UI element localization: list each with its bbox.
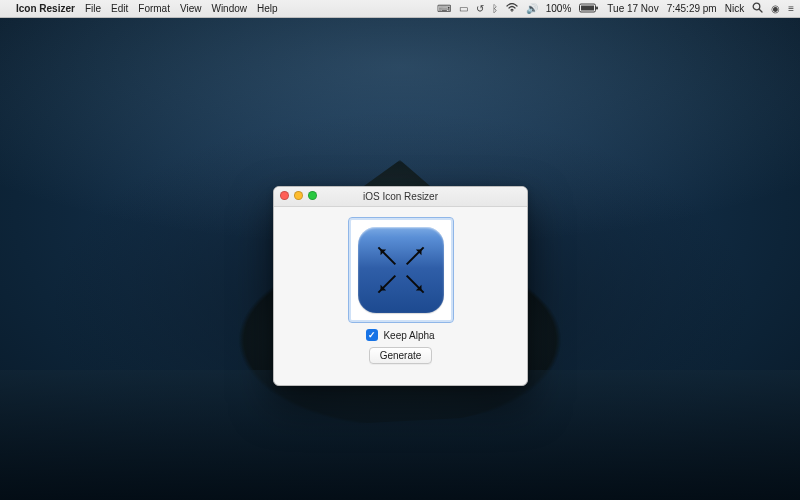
close-button[interactable] xyxy=(280,191,289,200)
icon-dropzone[interactable] xyxy=(348,217,454,323)
notification-center-icon[interactable]: ≡ xyxy=(788,3,794,14)
menu-window[interactable]: Window xyxy=(211,3,247,14)
wallpaper-water xyxy=(0,370,800,500)
window-content: ✓ Keep Alpha Generate xyxy=(274,207,527,372)
minimize-button[interactable] xyxy=(294,191,303,200)
expand-arrows-icon xyxy=(405,275,423,293)
keep-alpha-label: Keep Alpha xyxy=(383,330,434,341)
menubar-date[interactable]: Tue 17 Nov xyxy=(607,3,658,14)
menubar-left: Icon Resizer File Edit Format View Windo… xyxy=(6,3,278,14)
expand-arrows-icon xyxy=(377,275,395,293)
svg-line-5 xyxy=(759,9,762,12)
keep-alpha-row[interactable]: ✓ Keep Alpha xyxy=(366,329,434,341)
volume-icon[interactable]: 🔊 xyxy=(526,3,538,14)
menu-edit[interactable]: Edit xyxy=(111,3,128,14)
battery-percent[interactable]: 100% xyxy=(546,3,572,14)
spotlight-icon[interactable] xyxy=(752,2,763,15)
window-traffic-lights xyxy=(280,191,317,200)
generate-button[interactable]: Generate xyxy=(369,347,433,364)
expand-arrows-icon xyxy=(405,247,423,265)
display-icon[interactable]: ▭ xyxy=(459,3,468,14)
keep-alpha-checkbox[interactable]: ✓ xyxy=(366,329,378,341)
app-icon-preview xyxy=(358,227,444,313)
siri-icon[interactable]: ◉ xyxy=(771,3,780,14)
menubar-time[interactable]: 7:45:29 pm xyxy=(667,3,717,14)
menu-view[interactable]: View xyxy=(180,3,202,14)
svg-rect-2 xyxy=(581,5,594,10)
wifi-icon[interactable] xyxy=(506,3,518,14)
app-window: iOS Icon Resizer ✓ Keep Alpha Generate xyxy=(273,186,528,386)
window-title: iOS Icon Resizer xyxy=(363,191,438,202)
zoom-button[interactable] xyxy=(308,191,317,200)
app-menu[interactable]: Icon Resizer xyxy=(16,3,75,14)
menu-file[interactable]: File xyxy=(85,3,101,14)
menubar: Icon Resizer File Edit Format View Windo… xyxy=(0,0,800,18)
svg-rect-3 xyxy=(596,6,598,9)
menubar-user[interactable]: Nick xyxy=(725,3,744,14)
svg-point-0 xyxy=(511,10,513,12)
time-machine-icon[interactable]: ↺ xyxy=(476,3,484,14)
battery-icon[interactable] xyxy=(579,3,599,15)
keyboard-icon[interactable]: ⌨︎ xyxy=(437,3,451,14)
menu-format[interactable]: Format xyxy=(138,3,170,14)
expand-arrows-icon xyxy=(377,247,395,265)
menu-help[interactable]: Help xyxy=(257,3,278,14)
desktop-wallpaper: iOS Icon Resizer ✓ Keep Alpha Generate xyxy=(0,18,800,500)
window-titlebar[interactable]: iOS Icon Resizer xyxy=(274,187,527,207)
menubar-right: ⌨︎ ▭ ↺ ᛒ 🔊 100% Tue 17 Nov 7:45:29 pm Ni… xyxy=(437,2,794,15)
bluetooth-icon[interactable]: ᛒ xyxy=(492,3,498,14)
